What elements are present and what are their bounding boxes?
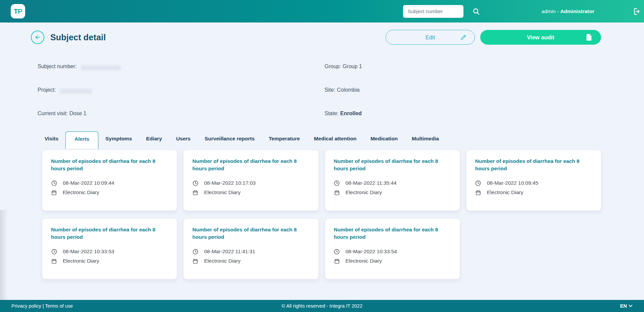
alert-source: Electronic Diary — [63, 258, 99, 264]
page-title: Subject detail — [50, 33, 106, 42]
view-audit-button[interactable]: View audit — [480, 30, 601, 45]
alert-source: Electronic Diary — [487, 189, 524, 195]
app-logo-text: TP — [14, 7, 22, 15]
search-button[interactable] — [472, 7, 480, 15]
current-visit-label: Current visit: — [38, 110, 68, 117]
alert-source-row: Electronic Diary — [51, 189, 168, 195]
calendar-icon — [51, 258, 57, 264]
app-footer: Privacy policy | Terms of use © All righ… — [0, 300, 644, 312]
alert-card[interactable]: Number of episodes of diarrhea for each … — [184, 150, 318, 211]
calendar-icon — [193, 190, 198, 195]
search-input[interactable] — [403, 5, 463, 18]
subject-info: Subject number: Project: Current visit: … — [38, 55, 601, 125]
alert-timestamp-row: 08-Mar-2022 10:33:53 — [51, 249, 168, 255]
chevron-down-icon — [629, 305, 633, 307]
title-row: Subject detail Edit View audit — [31, 30, 601, 45]
group-row: Group: Group 1 — [325, 55, 601, 78]
alert-timestamp-row: 08-Mar-2022 11:41:31 — [192, 249, 309, 255]
alert-source: Electronic Diary — [346, 258, 382, 264]
alert-timestamp-row: 08-Mar-2022 10:09:45 — [475, 180, 592, 186]
clock-icon — [51, 249, 57, 255]
current-visit-value: Dose 1 — [69, 110, 87, 117]
project-label: Project: — [38, 87, 56, 93]
app-header: TP admin - Administrator — [0, 0, 644, 23]
language-selector-value: EN — [620, 303, 627, 309]
alert-timestamp-row: 08-Mar-2022 10:33:54 — [334, 249, 451, 255]
alert-card[interactable]: Number of episodes of diarrhea for each … — [42, 219, 177, 279]
alert-title: Number of episodes of diarrhea for each … — [334, 158, 445, 172]
alert-timestamp: 08-Mar-2022 11:41:31 — [204, 249, 255, 255]
detail-tabs: Visits Alerts Symptoms Ediary Users Surv… — [38, 131, 644, 146]
subject-info-left: Subject number: Project: Current visit: … — [38, 55, 325, 125]
tab-medical-attention[interactable]: Medical attention — [307, 131, 364, 146]
clock-icon — [475, 180, 481, 186]
current-visit-row: Current visit: Dose 1 — [38, 102, 325, 125]
alert-card[interactable]: Number of episodes of diarrhea for each … — [42, 150, 177, 211]
clock-icon — [51, 180, 57, 186]
language-selector[interactable]: EN — [620, 303, 633, 309]
clock-icon — [334, 180, 340, 186]
alert-timestamp: 08-Mar-2022 10:33:54 — [346, 249, 397, 255]
tab-visits[interactable]: Visits — [38, 131, 65, 146]
subject-number-row: Subject number: — [38, 55, 325, 78]
pencil-icon — [460, 34, 466, 41]
app-logo[interactable]: TP — [11, 4, 25, 18]
tab-medication[interactable]: Medication — [363, 131, 405, 146]
alert-title: Number of episodes of diarrhea for each … — [192, 158, 303, 172]
site-label: Site: — [325, 87, 335, 93]
view-audit-button-label: View audit — [527, 34, 554, 41]
alert-source-row: Electronic Diary — [334, 189, 451, 195]
clock-icon — [193, 180, 198, 186]
alert-card[interactable]: Number of episodes of diarrhea for each … — [466, 150, 601, 211]
project-row: Project: — [38, 78, 325, 102]
group-value: Group 1 — [343, 63, 362, 70]
alert-title: Number of episodes of diarrhea for each … — [475, 158, 586, 172]
header-search — [403, 5, 480, 18]
tab-surveillance-reports[interactable]: Surveillance reports — [198, 131, 262, 146]
site-row: Site: Colombia — [325, 78, 601, 102]
tab-temperature[interactable]: Temperature — [262, 131, 307, 146]
alert-timestamp: 08-Mar-2022 10:33:53 — [63, 249, 114, 255]
alert-title: Number of episodes of diarrhea for each … — [51, 226, 162, 240]
tab-alerts[interactable]: Alerts — [65, 131, 98, 149]
clock-icon — [334, 249, 340, 255]
calendar-icon — [334, 258, 340, 264]
calendar-icon — [334, 190, 340, 195]
clock-icon — [193, 249, 198, 255]
alert-timestamp: 08-Mar-2022 10:09:44 — [63, 180, 114, 186]
alert-card[interactable]: Number of episodes of diarrhea for each … — [325, 150, 460, 211]
project-redacted-value — [60, 89, 92, 94]
site-value: Colombia — [337, 87, 360, 93]
user-name: admin - — [541, 8, 560, 14]
user-role: Administrator — [560, 8, 594, 14]
back-arrow-icon — [34, 34, 41, 41]
edit-button-label: Edit — [426, 34, 435, 41]
alert-source-row: Electronic Diary — [192, 189, 309, 195]
search-icon — [472, 7, 480, 15]
logout-button[interactable] — [632, 7, 641, 16]
document-icon — [586, 34, 592, 41]
alert-source-row: Electronic Diary — [192, 258, 309, 264]
state-label: State: — [325, 110, 339, 117]
logged-in-user: admin - Administrator — [541, 8, 594, 14]
title-actions: Edit View audit — [386, 30, 601, 45]
back-button[interactable] — [31, 31, 44, 44]
tab-multimedia[interactable]: Multimedia — [405, 131, 446, 146]
alert-source: Electronic Diary — [63, 189, 99, 195]
alert-source: Electronic Diary — [204, 189, 241, 195]
tab-users[interactable]: Users — [169, 131, 198, 146]
alert-cards-grid: Number of episodes of diarrhea for each … — [42, 150, 601, 279]
calendar-icon — [51, 190, 57, 195]
alert-card[interactable]: Number of episodes of diarrhea for each … — [184, 219, 318, 279]
subject-number-label: Subject number: — [38, 63, 77, 70]
tab-symptoms[interactable]: Symptoms — [98, 131, 139, 146]
alert-card[interactable]: Number of episodes of diarrhea for each … — [325, 219, 460, 279]
edit-button[interactable]: Edit — [386, 30, 475, 45]
footer-copyright: © All rights reserved - Integra IT 2022 — [0, 303, 644, 309]
footer-links[interactable]: Privacy policy | Terms of use — [11, 303, 73, 309]
state-row: State: Enrolled — [325, 102, 601, 125]
state-value: Enrolled — [340, 110, 362, 117]
tab-ediary[interactable]: Ediary — [139, 131, 169, 146]
alert-title: Number of episodes of diarrhea for each … — [192, 226, 303, 240]
alert-source: Electronic Diary — [204, 258, 241, 264]
